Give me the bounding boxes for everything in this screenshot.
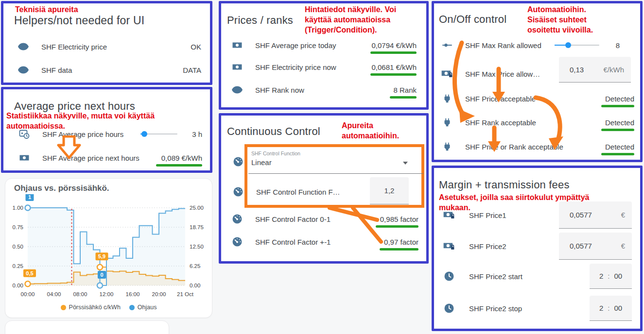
entity-row[interactable]: SHF Rank acceptable Detected xyxy=(441,114,634,131)
legend-label: Ohjaus xyxy=(138,304,157,311)
svg-text:0: 0 xyxy=(100,272,103,278)
input-value: 0,0577 xyxy=(559,242,621,250)
cash-lock-icon xyxy=(443,209,455,221)
entity-value: Detected xyxy=(605,118,634,127)
function-factor-input[interactable]: 1,2 xyxy=(370,177,409,204)
cash-icon xyxy=(231,61,244,73)
annotation-box-continuous: Continuous Control Apureita automaatioih… xyxy=(219,113,429,264)
slider-thumb[interactable] xyxy=(141,131,147,137)
entity-row[interactable]: SHF Control Factor +-1 0,97 factor xyxy=(231,233,418,250)
number-clock-icon xyxy=(18,128,31,140)
entity-label: SHF Price2 start xyxy=(469,272,522,281)
annotation-note: Apureita automaatioihin. xyxy=(342,120,399,141)
chart-legend: Pörssisähkö c/kWh Ohjaus xyxy=(5,304,212,311)
entity-row[interactable]: SHF Max Rank allowed 8 xyxy=(441,36,633,54)
svg-text:0.50: 0.50 xyxy=(13,244,23,250)
entity-value: DATA xyxy=(183,66,201,74)
svg-text:04:00: 04:00 xyxy=(47,291,61,297)
select-value: Linear xyxy=(251,158,272,167)
gauge-icon xyxy=(232,155,244,168)
input-value: 0,13 xyxy=(559,66,603,74)
entity-label: SHF Control Factor +-1 xyxy=(255,238,331,246)
price2-start-time[interactable]: 2 : 00 xyxy=(590,264,632,289)
entity-value: 0,97 factor xyxy=(384,238,418,246)
entity-row[interactable]: SHF Electricity price OK xyxy=(17,38,201,55)
card-title-continuous: Continuous Control xyxy=(227,125,320,138)
svg-text:6.25: 6.25 xyxy=(190,263,200,269)
legend-item[interactable]: Pörssisähkö c/kWh xyxy=(61,304,121,311)
control-function-select[interactable]: SHF Control Function Linear xyxy=(251,150,422,175)
entity-row[interactable]: SHF Average price hours 3 h xyxy=(18,125,202,143)
entity-row[interactable]: SHF Electricity price now 0,0681 €/kWh xyxy=(231,58,417,76)
entity-label: SHF Average price next hours xyxy=(42,154,139,162)
entity-label: SHF Electricity price now xyxy=(255,63,336,71)
entity-row[interactable]: SHF Control Factor 0-1 0,985 factor xyxy=(231,210,418,228)
status-underline xyxy=(601,153,634,155)
price2-stop-time[interactable]: 2 : 00 xyxy=(590,296,632,321)
entity-row[interactable]: SHF Average price next hours 0,089 €/kWh xyxy=(18,149,202,167)
entity-label: SHF Price2 xyxy=(469,242,506,250)
entity-label: SHF Rank now xyxy=(255,86,304,94)
entity-label: SHF Price acceptable xyxy=(465,95,536,103)
entity-row[interactable]: SHF Price or Rank acceptable Detected xyxy=(441,138,634,155)
partial-card xyxy=(5,320,169,334)
svg-text:0.25: 0.25 xyxy=(13,263,23,269)
slider-icon xyxy=(441,39,453,51)
chart-card: Ohjaus vs. pörssisähkö. 1.0025.000.7518.… xyxy=(5,178,212,318)
svg-text:1.00: 1.00 xyxy=(13,205,23,211)
status-underline xyxy=(370,73,417,76)
input-suffix: €/kWh xyxy=(603,66,631,74)
entity-value: 0,0681 €/kWh xyxy=(371,63,417,71)
entity-label: SHF Electricity price xyxy=(41,43,107,51)
svg-text:0.00: 0.00 xyxy=(190,283,200,288)
price2-input[interactable]: 0,0577 € xyxy=(559,233,632,260)
input-suffix: € xyxy=(621,211,632,219)
entity-value: 8 Rank xyxy=(393,86,417,94)
select-label: SHF Control Function xyxy=(251,150,300,156)
entity-row[interactable]: SHF data DATA xyxy=(17,61,201,79)
max-rank-slider[interactable] xyxy=(555,45,599,46)
gauge-icon xyxy=(231,213,244,225)
time-hour: 2 xyxy=(599,304,603,312)
status-underline xyxy=(601,129,634,131)
time-colon: : xyxy=(608,304,609,312)
status-underline xyxy=(370,51,417,54)
chevron-down-icon[interactable] xyxy=(403,162,408,165)
input-value: 0,0577 xyxy=(559,211,621,219)
status-underline xyxy=(376,225,418,228)
price1-input[interactable]: 0,0577 € xyxy=(559,201,632,229)
gauge-icon xyxy=(232,185,244,198)
entity-row[interactable]: SHF Price acceptable Detected xyxy=(441,90,634,107)
entity-value: 8 xyxy=(616,41,620,50)
time-minute: 00 xyxy=(614,272,622,280)
annotation-box-helpers: Teknisiä apureita Helpers/not needed for… xyxy=(1,1,212,85)
svg-text:12:00: 12:00 xyxy=(100,291,114,297)
card-title-onoff: On/Off control xyxy=(439,13,506,26)
status-underline xyxy=(390,96,417,99)
cash-lock-icon xyxy=(443,240,455,252)
annotation-box-onoff: On/Off control Automaatioihin. Sisäiset … xyxy=(432,1,643,162)
annotation-note: Hintatiedot näkyville. Voi käyttää autom… xyxy=(305,4,396,35)
plug-icon xyxy=(441,92,453,105)
card-title-prices: Prices / ranks xyxy=(227,14,293,27)
entity-value: OK xyxy=(191,43,201,51)
entity-label: SHF Price2 stop xyxy=(469,304,522,313)
hours-slider[interactable] xyxy=(140,134,177,134)
annotation-box-prices: Prices / ranks Hintatiedot näkyville. Vo… xyxy=(219,1,429,110)
entity-row[interactable]: SHF Average price today 0,0794 €/kWh xyxy=(231,36,417,54)
entity-row[interactable]: SHF Rank now 8 Rank xyxy=(231,81,417,99)
svg-text:1: 1 xyxy=(28,194,31,200)
legend-item[interactable]: Ohjaus xyxy=(129,304,157,311)
entity-label: SHF Control Factor 0-1 xyxy=(255,215,331,223)
entity-label: SHF Average price today xyxy=(255,41,336,50)
svg-text:18.75: 18.75 xyxy=(190,224,204,230)
control-vs-price-chart[interactable]: 1.0025.000.7518.750.5012.500.256.250.000… xyxy=(5,194,213,301)
slider-thumb[interactable] xyxy=(565,42,571,48)
chart-title: Ohjaus vs. pörssisähkö. xyxy=(14,184,109,193)
entity-label: SHF data xyxy=(41,66,72,74)
entity-label: SHF Price1 xyxy=(469,211,506,219)
plug-icon xyxy=(441,116,453,129)
annotation-note: Automaatioihin. Sisäiset suhteet osoitet… xyxy=(527,4,593,35)
max-price-input[interactable]: 0,13 €/kWh xyxy=(559,57,631,83)
status-underline xyxy=(601,105,634,107)
